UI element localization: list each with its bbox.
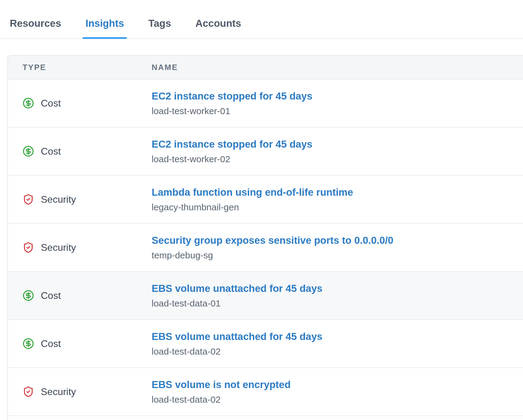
table-row[interactable]: SecurityLambda function using end-of-lif… [8, 176, 523, 224]
table-row[interactable]: CostEC2 instance stopped for 45 daysload… [8, 128, 523, 176]
dollar-circle-icon [23, 97, 34, 109]
type-label: Security [41, 194, 76, 205]
type-label: Cost [41, 146, 61, 157]
type-label: Cost [41, 338, 61, 349]
table-header-row: TYPE NAME [8, 56, 523, 79]
name-cell: EBS volume unattached for 45 daysload-te… [152, 283, 523, 309]
tab-resources[interactable]: Resources [7, 18, 64, 38]
type-label: Cost [41, 290, 61, 301]
name-cell: Lambda function using end-of-life runtim… [152, 187, 523, 212]
type-label: Cost [41, 98, 61, 109]
insight-title-link[interactable]: EC2 instance stopped for 45 days [152, 90, 312, 102]
resource-name: temp-debug-sg [152, 250, 523, 261]
table-row[interactable]: CostEBS volume unattached for 45 daysloa… [8, 272, 523, 320]
dollar-circle-icon [23, 145, 34, 157]
table-row[interactable]: SecuritySecurity group exposes sensitive… [8, 224, 523, 272]
insight-title-link[interactable]: EBS volume unattached for 45 days [152, 283, 322, 294]
insight-title-link[interactable]: EBS volume unattached for 45 days [152, 331, 322, 342]
type-cell: Cost [8, 97, 152, 109]
column-header-name: NAME [152, 63, 523, 72]
type-cell: Cost [8, 290, 152, 301]
shield-check-icon [23, 386, 34, 397]
tab-bar: ResourcesInsightsTagsAccounts [0, 0, 523, 39]
name-cell: EBS volume unattached for 45 daysload-te… [152, 331, 523, 357]
dollar-circle-icon [23, 290, 34, 301]
type-cell: Security [8, 194, 152, 205]
resource-name: load-test-worker-01 [152, 106, 523, 116]
type-label: Security [41, 242, 76, 253]
name-cell: EBS volume is not encryptedload-test-dat… [152, 379, 523, 405]
resource-name: load-test-worker-02 [152, 154, 523, 164]
table-row[interactable]: CostEBS volume unattached for 45 daysloa… [8, 320, 523, 368]
insight-title-link[interactable]: EBS volume is not encrypted [152, 379, 291, 390]
insight-title-link[interactable]: Security group exposes sensitive ports t… [152, 235, 393, 246]
insight-title-link[interactable]: Lambda function using end-of-life runtim… [152, 187, 353, 198]
type-cell: Cost [8, 338, 152, 349]
dollar-circle-icon [23, 338, 34, 349]
shield-check-icon [23, 242, 34, 253]
shield-check-icon [23, 194, 34, 205]
name-cell: Security group exposes sensitive ports t… [152, 235, 523, 261]
insights-table: TYPE NAME CostEC2 instance stopped for 4… [7, 55, 523, 420]
tab-tags[interactable]: Tags [145, 18, 174, 38]
name-cell: EC2 instance stopped for 45 daysload-tes… [152, 90, 523, 116]
tab-accounts[interactable]: Accounts [192, 18, 244, 38]
insight-title-link[interactable]: EC2 instance stopped for 45 days [152, 138, 312, 150]
resource-name: legacy-thumbnail-gen [152, 202, 523, 212]
column-header-type: TYPE [8, 63, 152, 72]
tab-insights[interactable]: Insights [82, 18, 127, 38]
type-label: Security [41, 386, 76, 397]
table-row[interactable]: CostEC2 instance stopped for 45 daysload… [8, 79, 523, 128]
table-row[interactable]: SecurityEBS volume is not encryptedload-… [8, 368, 523, 416]
resource-name: load-test-data-01 [152, 298, 523, 309]
type-cell: Security [8, 242, 152, 253]
type-cell: Security [8, 386, 152, 397]
name-cell: EC2 instance stopped for 45 daysload-tes… [152, 138, 523, 164]
resource-name: load-test-data-02 [152, 394, 523, 405]
table-body: CostEC2 instance stopped for 45 daysload… [8, 79, 523, 416]
type-cell: Cost [8, 145, 152, 157]
resource-name: load-test-data-02 [152, 346, 523, 357]
